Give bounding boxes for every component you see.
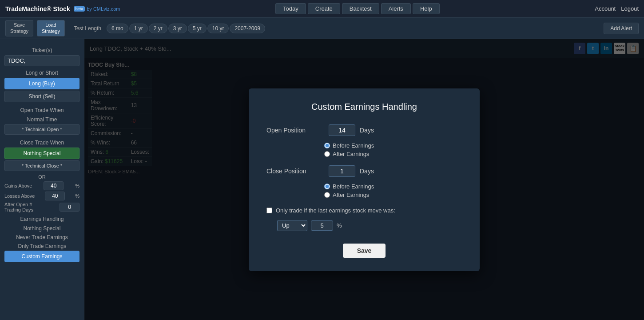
open-radio-group: Before Earnings After Earnings — [324, 142, 462, 157]
after-open-label: After Open #Trading Days — [4, 202, 33, 212]
open-before-row: Before Earnings — [324, 142, 462, 149]
main-layout: Ticker(s) Long or Short Long (Buy) Short… — [0, 39, 644, 320]
close-before-row: Before Earnings — [324, 183, 462, 190]
only-trade-label: Only trade if the last earnings stock mo… — [276, 207, 395, 214]
open-days-input[interactable] — [329, 124, 355, 136]
tickers-label: Ticker(s) — [4, 47, 80, 53]
earnings-only[interactable]: Only Trade Earnings — [4, 242, 80, 251]
open-after-radio[interactable] — [324, 151, 330, 157]
test-2yr[interactable]: 2 yr — [149, 24, 167, 33]
losses-label: Losses Above — [4, 193, 35, 199]
nav-create[interactable]: Create — [308, 3, 340, 14]
close-after-radio[interactable] — [324, 192, 330, 198]
close-trade-label: Close Trade When — [4, 140, 80, 146]
open-days-label: Days — [360, 127, 374, 134]
only-trade-row: Only trade if the last earnings stock mo… — [266, 207, 462, 214]
test-5yr[interactable]: 5 yr — [188, 24, 207, 33]
or-divider: OR — [4, 174, 80, 180]
direction-select[interactable]: Up Down — [277, 220, 307, 231]
close-after-label: After Earnings — [333, 192, 369, 198]
test-3yr[interactable]: 3 yr — [168, 24, 187, 33]
close-before-radio[interactable] — [324, 184, 330, 189]
normal-time-item[interactable]: Normal Time — [4, 115, 80, 124]
toolbar: SaveStrategy LoadStrategy Test Length 6 … — [0, 18, 644, 39]
nav-buttons: Today Create Backtest Alerts Help — [275, 3, 440, 14]
nav-right: Account Logout — [595, 5, 639, 12]
nav-alerts[interactable]: Alerts — [381, 3, 411, 14]
test-1yr[interactable]: 1 yr — [129, 24, 148, 33]
add-alert-button[interactable]: Add Alert — [604, 23, 639, 34]
pct-input[interactable] — [311, 220, 333, 231]
earnings-handling-label: Earnings Handling — [4, 216, 80, 222]
account-link[interactable]: Account — [595, 5, 616, 12]
close-position-label: Close Position — [266, 168, 324, 175]
only-trade-checkbox[interactable] — [266, 208, 272, 213]
modal-title: Custom Earnings Handling — [266, 102, 462, 112]
nothing-special-close-button[interactable]: Nothing Special — [4, 148, 80, 159]
modal-overlay: Custom Earnings Handling Open Position D… — [84, 39, 644, 320]
save-strategy-button[interactable]: SaveStrategy — [5, 20, 33, 36]
load-strategy-button[interactable]: LoadStrategy — [37, 20, 65, 36]
test-10yr[interactable]: 10 yr — [207, 24, 229, 33]
after-open-row: After Open #Trading Days — [4, 202, 80, 212]
open-after-row: After Earnings — [324, 151, 462, 157]
short-sell-button[interactable]: Short (Sell) — [4, 91, 80, 102]
open-before-radio[interactable] — [324, 143, 330, 148]
close-radio-group: Before Earnings After Earnings — [324, 183, 462, 198]
losses-input[interactable] — [45, 192, 65, 200]
earnings-nothing-special[interactable]: Nothing Special — [4, 224, 80, 233]
close-before-label: Before Earnings — [333, 183, 374, 190]
test-6mo[interactable]: 6 mo — [107, 24, 128, 33]
only-trade-section: Only trade if the last earnings stock mo… — [266, 207, 462, 231]
brand-name: TradeMachine® Stock — [5, 5, 70, 12]
gains-pct: % — [75, 183, 80, 188]
gains-row: Gains Above % — [4, 181, 80, 190]
direction-row: Up Down % — [277, 220, 462, 231]
open-position-label: Open Position — [266, 127, 324, 134]
close-days-label: Days — [360, 168, 374, 175]
top-nav: TradeMachine® Stock beta by CMLviz.com T… — [0, 0, 644, 18]
test-length-buttons: 6 mo 1 yr 2 yr 3 yr 5 yr 10 yr 2007-2009 — [107, 24, 265, 33]
modal-footer: Save — [266, 244, 462, 258]
open-position-row: Open Position Days — [266, 124, 462, 136]
test-length-label: Test Length — [74, 25, 101, 32]
technical-open-button[interactable]: * Technical Open * — [4, 124, 80, 135]
close-position-row: Close Position Days — [266, 165, 462, 177]
after-open-input[interactable] — [60, 203, 80, 212]
losses-row: Losses Above % — [4, 192, 80, 200]
test-2007-2009[interactable]: 2007-2009 — [230, 24, 265, 33]
modal: Custom Earnings Handling Open Position D… — [249, 88, 480, 271]
brand-sub: by CMLviz.com — [87, 6, 120, 12]
content-area: Long TDOC, Stock + 40% Sto... f t in Sto… — [84, 39, 644, 320]
gains-label: Gains Above — [4, 183, 32, 188]
ticker-input[interactable] — [4, 55, 80, 66]
nav-today[interactable]: Today — [275, 3, 306, 14]
long-short-label: Long or Short — [4, 70, 80, 76]
open-trade-label: Open Trade When — [4, 107, 80, 113]
long-buy-button[interactable]: Long (Buy) — [4, 78, 80, 89]
nav-help[interactable]: Help — [413, 3, 440, 14]
gains-input[interactable] — [44, 181, 64, 190]
losses-pct: % — [75, 193, 80, 199]
sidebar: Ticker(s) Long or Short Long (Buy) Short… — [0, 39, 84, 320]
technical-close-button[interactable]: * Technical Close * — [4, 160, 80, 171]
earnings-never[interactable]: Never Trade Earnings — [4, 233, 80, 242]
open-before-label: Before Earnings — [333, 142, 374, 149]
close-after-row: After Earnings — [324, 192, 462, 198]
brand-beta: beta — [74, 6, 85, 12]
save-button[interactable]: Save — [343, 244, 386, 258]
pct-suffix: % — [337, 222, 342, 229]
open-after-label: After Earnings — [333, 151, 369, 157]
earnings-custom-button[interactable]: Custom Earnings — [4, 251, 80, 262]
nav-backtest[interactable]: Backtest — [342, 3, 379, 14]
logout-link[interactable]: Logout — [621, 5, 639, 12]
close-days-input[interactable] — [329, 165, 355, 177]
